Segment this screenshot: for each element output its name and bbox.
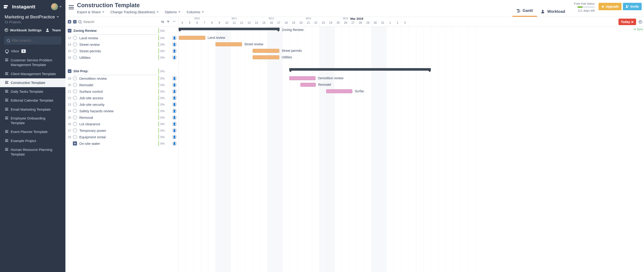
invite-button[interactable]: Invite	[623, 3, 642, 10]
assignee-button[interactable]: 👤	[170, 35, 178, 41]
filter-icon[interactable]	[167, 21, 170, 23]
expand-all-button[interactable]: +	[68, 20, 71, 24]
task-row[interactable]: 26Lot clearance0%👤	[66, 121, 178, 127]
workbook-settings-link[interactable]: Workbook Settings	[5, 28, 42, 32]
sidebar-item-project[interactable]: Daily Tasks Template	[0, 87, 66, 96]
sidebar-item-project[interactable]: Customer Service Problem Management Temp…	[0, 56, 66, 70]
task-row[interactable]: +On-site water0%👤	[66, 140, 178, 147]
collapse-section-button[interactable]: −	[68, 69, 72, 73]
gantt-bar[interactable]	[253, 55, 279, 59]
assignee-button[interactable]: 👤	[170, 134, 178, 140]
tab-workload[interactable]: Workload	[537, 7, 569, 17]
complete-toggle[interactable]	[73, 115, 77, 119]
gantt-bar[interactable]	[216, 42, 242, 46]
sidebar-item-project[interactable]: Construction Template	[0, 78, 66, 87]
task-row[interactable]: 13Land review0%👤	[66, 35, 178, 41]
complete-toggle[interactable]	[73, 102, 77, 106]
sidebar-item-project[interactable]: Employee Onboarding Template	[0, 114, 66, 128]
complete-toggle[interactable]	[73, 128, 77, 132]
complete-toggle[interactable]	[73, 135, 77, 139]
task-row[interactable]: 25Removal0%👤	[66, 114, 178, 121]
task-row[interactable]: 19Demolition review0%👤	[66, 75, 178, 82]
section-row[interactable]: −Zoning Review:0%	[66, 27, 178, 35]
sidebar-item-project[interactable]: Human Resource Planning Template	[0, 145, 66, 159]
assignee-button[interactable]: 👤	[170, 82, 178, 87]
timeline-day-label: 31	[379, 21, 386, 27]
filter-projects-input-wrapper[interactable]	[4, 36, 61, 45]
percent-toggle[interactable]: %	[161, 20, 164, 24]
sidebar-item-project[interactable]: Email Marketing Template	[0, 105, 66, 114]
tab-gantt[interactable]: Gantt	[512, 6, 537, 17]
assignee-button[interactable]: 👤	[170, 76, 178, 81]
assignee-button[interactable]: 👤	[170, 95, 178, 100]
sidebar-item-project[interactable]: Editorial Calendar Template	[0, 96, 66, 105]
timeline-day-label: 1	[386, 21, 394, 27]
team-link[interactable]: Team	[46, 28, 61, 32]
complete-toggle[interactable]	[73, 36, 77, 40]
task-row[interactable]: 14Street review0%👤	[66, 41, 178, 48]
today-button[interactable]: Today ➤	[618, 19, 636, 25]
back-arrow-button[interactable]	[172, 20, 176, 24]
filter-projects-input[interactable]	[12, 39, 58, 42]
topbar-menu-item[interactable]: Export & Share	[77, 10, 104, 14]
topbar-menu-item[interactable]: Change Tracking (Baselines)	[110, 10, 159, 14]
sidebar-item-project[interactable]: Example Project	[0, 137, 66, 145]
timeline-week-label: W12	[253, 17, 290, 21]
assignee-button[interactable]: 👤	[170, 121, 178, 126]
task-row[interactable]: 15Street permits0%👤	[66, 48, 178, 54]
upgrade-button[interactable]: ★ Upgrade	[598, 3, 622, 10]
complete-toggle[interactable]	[73, 89, 77, 93]
gantt-section-bar[interactable]	[289, 68, 431, 71]
task-percent: 0%	[158, 95, 170, 100]
topbar-menu-item[interactable]: Options	[165, 10, 180, 14]
section-row[interactable]: −Site Prep:0%	[66, 67, 178, 75]
gantt-bar[interactable]	[326, 89, 352, 93]
complete-toggle[interactable]	[73, 109, 77, 113]
assignee-button[interactable]: 👤	[170, 108, 178, 113]
assignee-button[interactable]: 👤	[170, 89, 178, 94]
task-number: 22	[68, 96, 73, 100]
gantt-bar[interactable]	[179, 36, 205, 40]
sidebar-item-project[interactable]: Event Planner Template	[0, 127, 66, 136]
task-row[interactable]: 27Temporary power0%👤	[66, 127, 178, 134]
collapse-all-button[interactable]: −	[73, 20, 76, 24]
task-row[interactable]: 20Remodel0%👤	[66, 82, 178, 88]
user-icon: 👤	[172, 42, 177, 47]
assignee-button[interactable]: 👤	[170, 42, 178, 47]
gantt-section-bar[interactable]	[179, 28, 280, 30]
complete-toggle[interactable]	[73, 49, 77, 53]
assignee-button[interactable]: 👤	[170, 48, 178, 53]
timeline-day-label: 23	[320, 21, 327, 27]
add-task-button[interactable]: +	[73, 141, 77, 146]
user-menu[interactable]	[51, 3, 62, 10]
complete-toggle[interactable]	[73, 42, 77, 47]
gantt-bar[interactable]	[253, 49, 279, 53]
gantt-bar[interactable]	[300, 83, 316, 87]
complete-toggle[interactable]	[73, 76, 77, 80]
assignee-button[interactable]: 👤	[170, 128, 178, 133]
assignee-button[interactable]: 👤	[170, 102, 178, 107]
gantt-bar-label: Remodel	[318, 83, 331, 86]
task-row[interactable]: 23Job-site security0%👤	[66, 101, 178, 108]
topbar-menu-item[interactable]: Columns	[186, 10, 204, 14]
assignee-button[interactable]: 👤	[170, 55, 178, 60]
task-row[interactable]: 21Surface control0%👤	[66, 88, 178, 95]
task-row[interactable]: 24Safety hazards review0%👤	[66, 108, 178, 114]
assignee-button[interactable]: 👤	[170, 141, 178, 146]
collapse-section-button[interactable]: −	[68, 29, 72, 33]
workspace-selector[interactable]: Marketing at BestPractice	[5, 15, 61, 20]
task-row[interactable]: 28Equipment rental0%👤	[66, 134, 178, 140]
complete-toggle[interactable]	[73, 96, 77, 100]
inbox-link[interactable]: Inbox 1	[0, 47, 66, 55]
complete-toggle[interactable]	[73, 55, 77, 60]
gantt-bar[interactable]	[289, 76, 316, 80]
search-tasks-input[interactable]	[83, 20, 160, 24]
assignee-button[interactable]: 👤	[170, 115, 178, 120]
complete-toggle[interactable]	[73, 83, 77, 87]
task-row[interactable]: 16Utilities0%👤	[66, 54, 178, 61]
timeline-settings-button[interactable]	[639, 20, 642, 24]
task-row[interactable]: 22Job-site access0%👤	[66, 95, 178, 101]
sidebar-item-project[interactable]: Client Management Template	[0, 70, 66, 78]
complete-toggle[interactable]	[73, 122, 77, 126]
sidebar-toggle-button[interactable]	[69, 5, 74, 9]
